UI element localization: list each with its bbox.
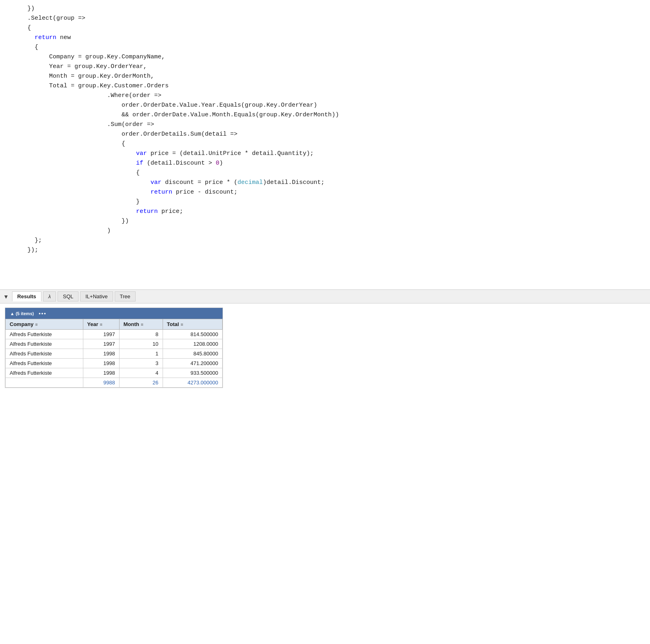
code-line: }): [20, 217, 642, 226]
code-line: Month = group.Key.OrderMonth,: [20, 72, 642, 81]
code-line: ): [20, 226, 642, 236]
summary-row: 9988 26 4273.000000: [6, 378, 223, 388]
results-table-wrapper: ▲ (5 items) ••• Company≡ Year≡ Month≡ To…: [5, 308, 223, 388]
col-year: Year≡: [83, 319, 119, 330]
code-line: .Select(group =>: [20, 14, 642, 23]
tab-results[interactable]: Results: [12, 291, 41, 301]
code-line: });: [20, 246, 642, 255]
results-header-row: ▲ (5 items) •••: [5, 308, 223, 319]
code-line: order.OrderDetails.Sum(detail =>: [20, 130, 642, 139]
code-line: Total = group.Key.Customer.Orders: [20, 81, 642, 91]
code-line: {: [20, 23, 642, 33]
tab-il-native[interactable]: IL+Native: [80, 291, 113, 301]
code-line: var price = (detail.UnitPrice * detail.Q…: [20, 149, 642, 159]
code-line: {: [20, 43, 642, 52]
code-line: && order.OrderDate.Value.Month.Equals(gr…: [20, 110, 642, 120]
col-total: Total≡: [163, 319, 222, 330]
code-line: if (detail.Discount > 0): [20, 159, 642, 168]
code-line: Year = group.Key.OrderYear,: [20, 62, 642, 72]
code-line: {: [20, 139, 642, 149]
table-row: Alfreds Futterkiste 1998 4 933.500000: [6, 368, 223, 378]
code-line: }): [20, 4, 642, 14]
results-table: Company≡ Year≡ Month≡ Total≡ Alfreds Fut…: [5, 319, 223, 388]
code-line: };: [20, 236, 642, 246]
results-expand-icon: ▲ (5 items): [10, 311, 34, 316]
code-line: order.OrderDate.Value.Year.Equals(group.…: [20, 101, 642, 110]
table-row: Alfreds Futterkiste 1997 10 1208.0000: [6, 339, 223, 349]
col-month: Month≡: [119, 319, 163, 330]
code-line: var discount = price * (decimal)detail.D…: [20, 178, 642, 188]
results-container: ▲ (5 items) ••• Company≡ Year≡ Month≡ To…: [0, 303, 650, 392]
table-row: Alfreds Futterkiste 1998 1 845.80000: [6, 349, 223, 359]
col-company: Company≡: [6, 319, 83, 330]
code-line: return price;: [20, 207, 642, 217]
tab-tree[interactable]: Tree: [115, 291, 136, 301]
code-line: return new: [20, 33, 642, 43]
code-line: .Where(order =>: [20, 91, 642, 101]
code-line: return price - discount;: [20, 188, 642, 197]
tab-sql[interactable]: SQL: [58, 291, 78, 301]
table-row: Alfreds Futterkiste 1997 8 814.500000: [6, 330, 223, 339]
code-area: }) .Select(group => { return new { Compa…: [0, 0, 650, 290]
results-tabs-bar: ▼ Results λ SQL IL+Native Tree: [0, 290, 650, 303]
results-dots: •••: [39, 310, 47, 316]
tab-lambda[interactable]: λ: [43, 291, 56, 301]
collapse-results-button[interactable]: ▼: [3, 293, 9, 300]
table-header-row: Company≡ Year≡ Month≡ Total≡: [6, 319, 223, 330]
code-line: {: [20, 168, 642, 178]
table-row: Alfreds Futterkiste 1998 3 471.200000: [6, 359, 223, 368]
code-line: }: [20, 197, 642, 207]
code-line: Company = group.Key.CompanyName,: [20, 52, 642, 62]
code-line: .Sum(order =>: [20, 120, 642, 130]
